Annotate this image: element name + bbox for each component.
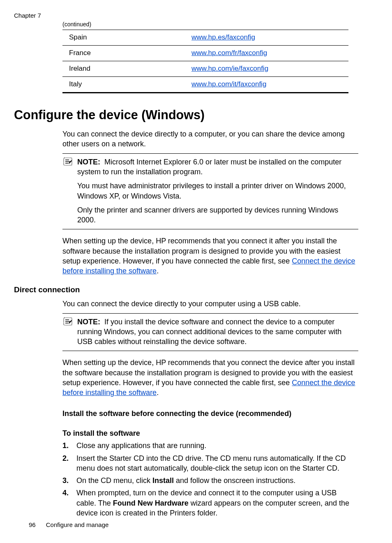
step-text: Insert the Starter CD into the CD drive.… bbox=[76, 453, 358, 474]
note-text: You must have administrator privileges t… bbox=[62, 181, 358, 201]
country-cell: Italy bbox=[62, 76, 187, 92]
step-text: Close any applications that are running. bbox=[76, 441, 358, 451]
table-row: Spain www.hp.es/faxconfig bbox=[62, 30, 348, 46]
section-heading: Direct connection bbox=[14, 284, 357, 295]
footer-title: Configure and manage bbox=[46, 521, 109, 528]
chapter-label: Chapter 7 bbox=[14, 12, 357, 20]
step-number: 4. bbox=[62, 488, 76, 518]
table-row: Ireland www.hp.com/ie/faxconfig bbox=[62, 61, 348, 77]
list-item: 4. When prompted, turn on the device and… bbox=[62, 488, 358, 518]
step-number: 3. bbox=[62, 476, 76, 485]
page-title: Configure the device (Windows) bbox=[14, 106, 357, 123]
body-paragraph: When setting up the device, HP recommend… bbox=[62, 236, 358, 276]
list-item: 3. On the CD menu, click Install and fol… bbox=[62, 476, 358, 485]
url-cell: www.hp.es/faxconfig bbox=[187, 30, 348, 46]
country-cell: Ireland bbox=[62, 61, 187, 77]
subsection-heading: Install the software before connecting t… bbox=[62, 409, 358, 418]
url-cell: www.hp.com/fr/faxconfig bbox=[187, 46, 348, 61]
note-text: If you install the device software and c… bbox=[77, 318, 341, 346]
note-box: NOTE: If you install the device software… bbox=[62, 313, 358, 351]
page-number: 96 bbox=[29, 521, 36, 528]
note-box: NOTE: Microsoft Internet Explorer 6.0 or… bbox=[62, 153, 358, 230]
url-link[interactable]: www.hp.com/ie/faxconfig bbox=[191, 65, 268, 72]
url-link[interactable]: www.hp.es/faxconfig bbox=[191, 33, 255, 41]
step-text: When prompted, turn on the device and co… bbox=[76, 488, 358, 518]
step-text: On the CD menu, click Install and follow… bbox=[76, 476, 358, 485]
url-cell: www.hp.com/it/faxconfig bbox=[187, 76, 348, 92]
steps-heading: To install the software bbox=[62, 428, 358, 438]
note-icon bbox=[63, 157, 72, 168]
faxconfig-table: Spain www.hp.es/faxconfig France www.hp.… bbox=[62, 30, 348, 93]
country-cell: France bbox=[62, 46, 187, 61]
intro-paragraph: You can connect the device directly to a… bbox=[62, 129, 358, 149]
url-link[interactable]: www.hp.com/fr/faxconfig bbox=[191, 49, 267, 57]
note-text: Microsoft Internet Explorer 6.0 or later… bbox=[77, 158, 341, 176]
url-cell: www.hp.com/ie/faxconfig bbox=[187, 61, 348, 77]
body-paragraph: When setting up the device, HP recommend… bbox=[62, 358, 358, 397]
list-item: 1. Close any applications that are runni… bbox=[62, 441, 358, 451]
url-link[interactable]: www.hp.com/it/faxconfig bbox=[191, 80, 266, 88]
note-text: Only the printer and scanner drivers are… bbox=[62, 205, 358, 225]
step-number: 2. bbox=[62, 453, 76, 474]
page-footer: 96 Configure and manage bbox=[29, 521, 108, 529]
section-intro: You can connect the device directly to y… bbox=[62, 299, 358, 309]
table-row: Italy www.hp.com/it/faxconfig bbox=[62, 76, 348, 92]
table-row: France www.hp.com/fr/faxconfig bbox=[62, 46, 348, 61]
note-label: NOTE: bbox=[77, 318, 100, 326]
list-item: 2. Insert the Starter CD into the CD dri… bbox=[62, 453, 358, 474]
steps-list: 1. Close any applications that are runni… bbox=[62, 441, 358, 518]
note-label: NOTE: bbox=[77, 158, 100, 166]
note-icon bbox=[63, 317, 72, 328]
country-cell: Spain bbox=[62, 30, 187, 46]
continued-label: (continued) bbox=[62, 21, 357, 28]
step-number: 1. bbox=[62, 441, 76, 451]
